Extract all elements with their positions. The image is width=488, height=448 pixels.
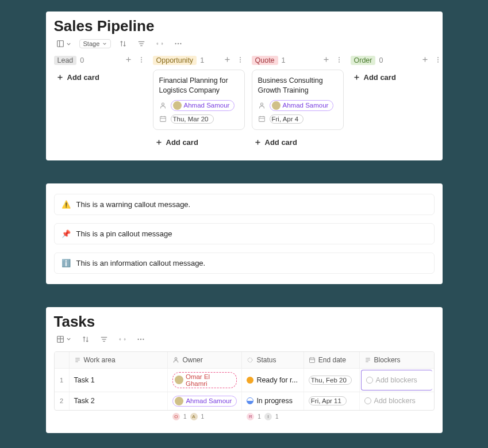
sort-button[interactable] (117, 39, 129, 49)
svg-rect-60 (309, 358, 314, 362)
cell-work-area[interactable]: Task 2 (70, 392, 168, 410)
date-pill[interactable]: Thu, Mar 20 (171, 114, 214, 124)
cell-blockers[interactable]: Add blockers (360, 392, 434, 410)
footer-chip[interactable]: A (190, 413, 198, 420)
row-number: 1 (55, 369, 70, 392)
avatar (175, 397, 183, 405)
kanban-column: Opportunity 1 Financial Planning for Log… (153, 56, 245, 150)
person-pill[interactable]: Ahmad Samour (171, 100, 235, 111)
circle-icon (364, 397, 371, 404)
board-view-button[interactable] (54, 39, 74, 49)
more-button[interactable] (135, 334, 147, 344)
table-icon (56, 335, 64, 343)
add-card-button[interactable]: Add card (351, 70, 443, 85)
person-pill[interactable]: Ahmad Samour (270, 100, 334, 111)
add-card-label: Add card (166, 138, 198, 147)
column-add-button[interactable] (420, 56, 430, 65)
plus-icon (56, 74, 64, 81)
person-pill[interactable]: Omar El Ghamri (172, 372, 237, 388)
svg-point-53 (140, 339, 141, 340)
footer-chip[interactable]: O (172, 413, 180, 420)
column-add-button[interactable] (124, 56, 133, 65)
plus-icon (353, 74, 360, 81)
plus-icon (155, 139, 163, 146)
column-more-button[interactable] (236, 56, 245, 65)
calendar-icon (309, 357, 316, 363)
chevron-down-icon (66, 41, 71, 47)
filter-button[interactable] (135, 39, 148, 49)
person-pill[interactable]: Ahmad Samour (172, 396, 237, 407)
date-pill[interactable]: Fri, Apr 4 (270, 114, 304, 124)
column-label[interactable]: Order (351, 56, 376, 65)
column-label[interactable]: Quote (252, 56, 278, 65)
th-work-area[interactable]: Work area (70, 352, 168, 368)
sort-icon (82, 335, 90, 343)
svg-rect-0 (57, 41, 63, 47)
more-vertical-icon (435, 56, 441, 63)
svg-point-5 (175, 43, 176, 44)
add-card-button[interactable]: Add card (252, 135, 344, 150)
tasks-toolbar (54, 334, 435, 344)
footer-chip[interactable]: I (264, 413, 272, 420)
footer-chip[interactable]: R (247, 413, 254, 420)
kanban-card[interactable]: Financial Planning for Logistics Company… (153, 70, 245, 130)
column-more-button[interactable] (433, 56, 443, 65)
stage-dropdown[interactable]: Stage (79, 39, 112, 48)
add-card-button[interactable]: Add card (54, 70, 146, 85)
expand-button[interactable] (153, 39, 166, 49)
callout-icon: ℹ️ (62, 259, 71, 267)
plus-icon (322, 56, 330, 63)
cell-work-area[interactable]: Task 1 (70, 369, 168, 392)
kanban-board: Lead 0 Add card Opportunity 1 Financial … (54, 56, 435, 150)
cell-owner[interactable]: Ahmad Samour (168, 392, 242, 410)
svg-point-43 (437, 61, 439, 62)
blockers-placeholder: Add blockers (376, 376, 417, 384)
column-label[interactable]: Opportunity (153, 56, 197, 65)
th-number (55, 352, 70, 368)
kanban-card[interactable]: Business Consulting Growth Training Ahma… (252, 70, 344, 130)
th-status[interactable]: Status (242, 352, 303, 368)
date-pill[interactable]: Fri, Apr 11 (309, 396, 347, 405)
callouts-panel: ⚠️This is a warning callout message.📌Thi… (46, 183, 443, 284)
column-more-button[interactable] (335, 56, 344, 65)
date-pill[interactable]: Thu, Feb 20 (309, 376, 352, 385)
svg-point-18 (240, 59, 241, 60)
cell-status[interactable]: Ready for r... (242, 369, 303, 392)
sort-button[interactable] (79, 334, 92, 344)
column-count: 0 (80, 56, 84, 64)
more-icon (174, 40, 182, 48)
more-vertical-icon (138, 56, 145, 63)
svg-point-52 (137, 339, 139, 340)
cell-status[interactable]: In progress (242, 392, 303, 410)
column-add-button[interactable] (222, 56, 232, 65)
th-owner[interactable]: Owner (168, 352, 242, 368)
column-label[interactable]: Lead (54, 56, 77, 65)
status-text: Ready for r... (256, 376, 298, 384)
column-header: Quote 1 (252, 56, 344, 65)
svg-point-41 (437, 57, 439, 58)
text-icon (364, 357, 371, 363)
callout-text: This is a warning callout message. (76, 200, 191, 209)
table-view-button[interactable] (54, 334, 74, 344)
cell-end-date[interactable]: Thu, Feb 20 (304, 369, 360, 392)
th-end-date[interactable]: End date (304, 352, 360, 368)
filter-button[interactable] (98, 334, 110, 344)
calendar-icon (159, 115, 167, 122)
table-row[interactable]: 2 Task 2 Ahmad Samour In progress Fri, A… (55, 392, 434, 410)
cell-blockers[interactable]: Add blockers (361, 370, 433, 390)
column-add-button[interactable] (321, 56, 331, 65)
filter-icon (100, 335, 108, 343)
column-more-button[interactable] (137, 56, 146, 65)
more-vertical-icon (237, 56, 244, 63)
table-row[interactable]: 1 Task 1 Omar El Ghamri Ready for r... T… (55, 369, 434, 392)
expand-button[interactable] (116, 334, 129, 344)
cell-end-date[interactable]: Fri, Apr 11 (304, 392, 360, 410)
cell-owner[interactable]: Omar El Ghamri (168, 369, 242, 392)
svg-rect-33 (259, 117, 264, 122)
add-card-button[interactable]: Add card (153, 135, 245, 150)
more-button[interactable] (172, 39, 185, 49)
callout: ⚠️This is a warning callout message. (54, 194, 435, 215)
th-blockers[interactable]: Blockers (360, 352, 434, 368)
svg-point-20 (162, 103, 164, 105)
svg-rect-21 (160, 117, 166, 122)
